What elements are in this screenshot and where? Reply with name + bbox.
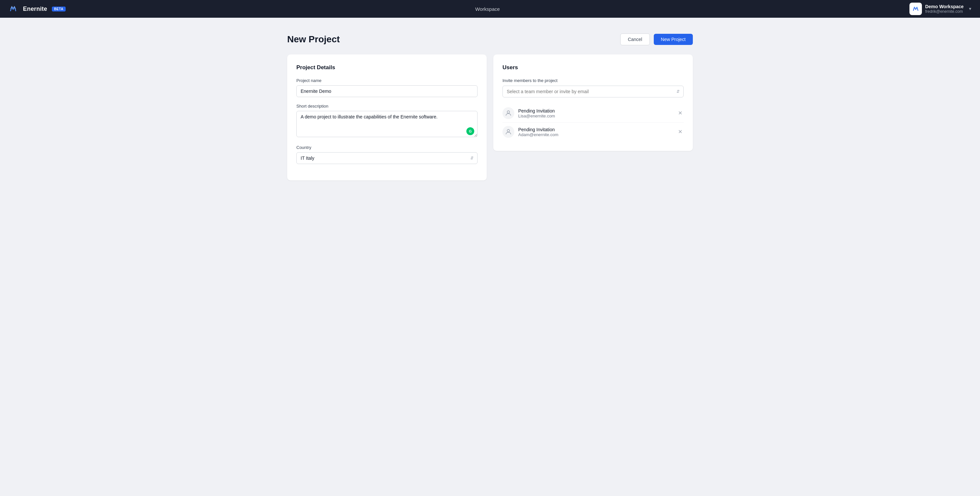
invitation-item: Pending Invitation Lisa@enernite.com ✕ xyxy=(503,104,684,122)
short-description-textarea[interactable]: A demo project to illustrate the capabil… xyxy=(296,111,477,137)
cards-row: Project Details Project name Short descr… xyxy=(287,54,693,180)
remove-invitation-button[interactable]: ✕ xyxy=(677,109,684,117)
invite-section: Invite members to the project ⇵ xyxy=(503,78,684,97)
invitation-item: Pending Invitation Adam@enernite.com ✕ xyxy=(503,122,684,141)
new-project-button[interactable]: New Project xyxy=(654,34,693,45)
logo-icon xyxy=(8,3,18,14)
invitation-email: Adam@enernite.com xyxy=(518,132,677,137)
navbar: Enernite BETA Workspace Demo Workspace f… xyxy=(0,0,980,18)
users-card: Users Invite members to the project ⇵ xyxy=(493,54,693,151)
invitation-status: Pending Invitation xyxy=(518,127,677,132)
header-actions: Cancel New Project xyxy=(620,33,693,45)
invite-member-input[interactable] xyxy=(503,86,684,97)
invitation-info: Pending Invitation Lisa@enernite.com xyxy=(518,108,677,118)
invitation-status: Pending Invitation xyxy=(518,108,677,113)
country-label: Country xyxy=(296,145,477,150)
navbar-right: Demo Workspace fredrik@enernite.com ▼ xyxy=(910,3,972,15)
cancel-button[interactable]: Cancel xyxy=(620,33,650,45)
country-group: Country IT Italy US United States DE Ger… xyxy=(296,145,477,164)
logo-text: Enernite xyxy=(23,6,47,13)
page-header: New Project Cancel New Project xyxy=(287,33,693,45)
navbar-center: Workspace xyxy=(475,6,500,12)
workspace-chevron-icon[interactable]: ▼ xyxy=(968,6,972,11)
navbar-left: Enernite BETA xyxy=(8,3,66,14)
workspace-info: Demo Workspace fredrik@enernite.com xyxy=(925,4,964,14)
project-name-input[interactable] xyxy=(296,85,477,97)
workspace-nav-link[interactable]: Workspace xyxy=(475,6,500,12)
project-details-card: Project Details Project name Short descr… xyxy=(287,54,487,180)
invitations-list: Pending Invitation Lisa@enernite.com ✕ P… xyxy=(503,104,684,141)
page-title: New Project xyxy=(287,34,340,45)
user-avatar-icon xyxy=(503,107,514,119)
invite-select-wrapper: ⇵ xyxy=(503,86,684,97)
project-details-title: Project Details xyxy=(296,64,477,71)
invite-members-label: Invite members to the project xyxy=(503,78,684,83)
workspace-logo-box xyxy=(910,3,922,15)
users-card-title: Users xyxy=(503,64,684,71)
short-description-group: Short description A demo project to illu… xyxy=(296,104,477,138)
country-select[interactable]: IT Italy US United States DE Germany FR … xyxy=(296,152,477,164)
invitation-info: Pending Invitation Adam@enernite.com xyxy=(518,127,677,137)
beta-badge: BETA xyxy=(52,6,66,11)
project-name-group: Project name xyxy=(296,78,477,97)
svg-point-1 xyxy=(507,130,509,132)
workspace-name: Demo Workspace xyxy=(925,4,964,9)
project-name-label: Project name xyxy=(296,78,477,83)
svg-point-0 xyxy=(507,111,509,113)
workspace-email: fredrik@enernite.com xyxy=(925,9,963,14)
invitation-email: Lisa@enernite.com xyxy=(518,113,677,118)
page-content: New Project Cancel New Project Project D… xyxy=(277,18,703,196)
short-description-label: Short description xyxy=(296,104,477,108)
country-select-wrapper: IT Italy US United States DE Germany FR … xyxy=(296,152,477,164)
remove-invitation-button[interactable]: ✕ xyxy=(677,128,684,136)
user-avatar-icon xyxy=(503,126,514,138)
textarea-wrapper: A demo project to illustrate the capabil… xyxy=(296,111,477,138)
grammarly-icon: G xyxy=(466,127,474,135)
